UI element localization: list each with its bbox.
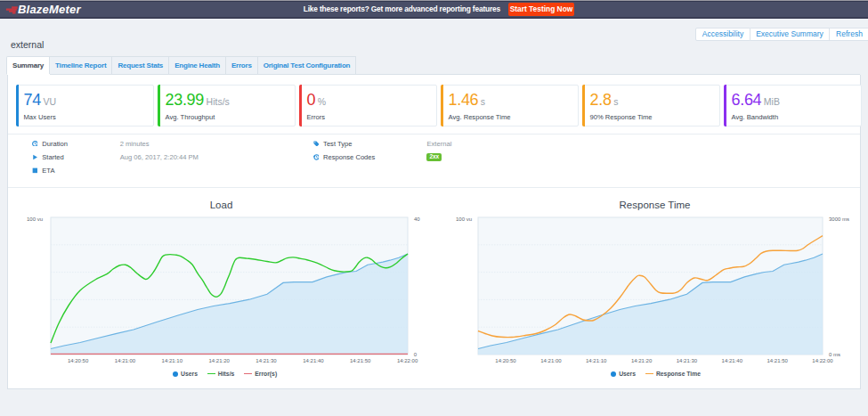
svg-text:14:22:00: 14:22:00 (397, 358, 418, 363)
svg-text:40: 40 (414, 216, 420, 222)
svg-text:100 vu: 100 vu (456, 216, 472, 222)
svg-text:14:20:50: 14:20:50 (495, 358, 516, 363)
svg-text:14:21:50: 14:21:50 (350, 358, 371, 363)
svg-text:3000 ms: 3000 ms (829, 216, 849, 222)
svg-text:14:21:40: 14:21:40 (303, 358, 324, 363)
svg-text:14:21:50: 14:21:50 (767, 358, 789, 363)
svg-text:14:21:20: 14:21:20 (631, 358, 653, 363)
svg-text:14:21:40: 14:21:40 (722, 358, 743, 363)
svg-text:14:21:30: 14:21:30 (256, 358, 277, 363)
svg-text:0 ms: 0 ms (829, 352, 840, 357)
svg-text:14:21:00: 14:21:00 (115, 358, 136, 363)
svg-text:0: 0 (414, 352, 418, 357)
svg-text:14:21:10: 14:21:10 (586, 358, 607, 363)
svg-text:14:21:00: 14:21:00 (540, 358, 562, 363)
svg-text:14:20:50: 14:20:50 (68, 358, 89, 363)
svg-text:14:21:10: 14:21:10 (162, 358, 183, 363)
svg-text:14:21:30: 14:21:30 (677, 358, 698, 363)
svg-text:14:21:20: 14:21:20 (209, 358, 231, 363)
svg-text:100 vu: 100 vu (27, 216, 43, 222)
svg-text:14:22:00: 14:22:00 (812, 358, 833, 363)
